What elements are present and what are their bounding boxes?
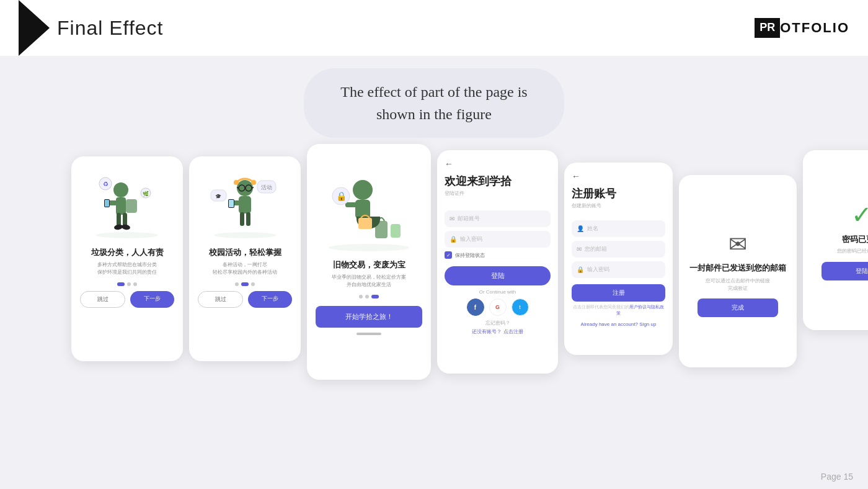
card3-dots: [316, 295, 422, 298]
dot-1-2: [127, 282, 131, 286]
register-button[interactable]: 注册: [572, 284, 665, 302]
caption-text: The effect of part of the page is shown …: [340, 84, 527, 122]
page-number: Page 15: [821, 472, 853, 482]
svg-rect-11: [126, 199, 137, 213]
sign-in-link[interactable]: Sign up: [639, 321, 656, 327]
next-button-2[interactable]: 下一步: [248, 291, 292, 308]
card3-title: 旧物交易，变废为宝: [316, 259, 422, 271]
caption-bubble: The effect of part of the page is shown …: [304, 68, 564, 138]
svg-rect-29: [240, 212, 244, 226]
svg-marker-0: [19, 0, 50, 56]
illustration-2: 活动 🎓: [198, 166, 292, 241]
or-text: Or Continue with: [445, 289, 551, 295]
card-onboarding-1: ♻ 🌿 垃圾分类，人人有责 多种方式帮助您在城市分类保护环境是我们共同的责任 跳…: [71, 156, 183, 361]
lock-icon-register: 🔒: [577, 266, 584, 273]
card2-dots: [198, 282, 292, 286]
facebook-button[interactable]: f: [467, 298, 484, 316]
email-input-register[interactable]: ✉ 您的邮箱: [572, 241, 665, 258]
click-register[interactable]: 点击注册: [503, 329, 523, 334]
svg-rect-40: [345, 202, 356, 207]
svg-rect-7: [117, 213, 121, 227]
card-onboarding-2: 活动 🎓 校园活动，轻松掌握 各种活动，一网打尽轻松尽享校园内外的各种活动 跳过…: [189, 156, 301, 361]
card-email-sent: ✉ 一封邮件已发送到您的邮箱 您可以通过点击邮件中的链接完成验证 完成: [679, 175, 797, 367]
svg-text:🎓: 🎓: [215, 193, 221, 199]
svg-rect-30: [246, 212, 250, 226]
svg-point-28: [251, 180, 256, 185]
svg-text:活动: 活动: [261, 184, 272, 191]
svg-rect-43: [358, 218, 372, 229]
next-button-1[interactable]: 下一步: [130, 291, 174, 308]
login-title: 欢迎来到学拾: [445, 174, 551, 189]
card-login: ← 欢迎来到学拾 登陆证件 ✉ 邮箱账号 🔒 输入密码 ✓ 保持登陆状态 登陆 …: [437, 150, 558, 374]
name-placeholder: 姓名: [587, 225, 598, 233]
email-placeholder: 邮箱账号: [458, 215, 480, 223]
svg-rect-6: [105, 200, 109, 207]
card1-dots: [80, 282, 174, 286]
svg-text:🔒: 🔒: [336, 191, 347, 202]
back-arrow-login[interactable]: ←: [445, 159, 551, 169]
svg-rect-26: [229, 200, 234, 207]
email-icon-register: ✉: [577, 246, 582, 253]
email-input-login[interactable]: ✉ 邮箱账号: [445, 210, 551, 227]
svg-rect-3: [116, 197, 126, 215]
dot-3-2: [365, 295, 369, 298]
dot-3-1: [359, 295, 363, 298]
triangle-icon: [19, 0, 50, 56]
card1-buttons: 跳过 下一步: [80, 291, 174, 308]
skip-button-2[interactable]: 跳过: [198, 291, 243, 308]
google-button[interactable]: G: [489, 298, 507, 316]
header-left: Final Effect: [19, 0, 163, 56]
card-register: ← 注册账号 创建新的账号 👤 姓名 ✉ 您的邮箱 🔒 输入密码 注册 点击注册…: [564, 163, 673, 355]
card1-title: 垃圾分类，人人有责: [80, 247, 174, 258]
portfolio-text: OTFOLIO: [780, 20, 849, 36]
password-placeholder-register: 输入密码: [587, 266, 609, 274]
svg-point-1: [96, 232, 158, 238]
forgot-text[interactable]: 忘记密码？: [445, 320, 551, 326]
page-title: Final Effect: [57, 17, 163, 40]
svg-text:🌿: 🌿: [143, 191, 149, 197]
svg-line-21: [237, 187, 239, 188]
card2-title: 校园活动，轻松掌握: [198, 247, 292, 258]
login-after-reset-button[interactable]: 登陆: [822, 262, 868, 280]
header: Final Effect PR OTFOLIO: [0, 0, 868, 56]
svg-rect-4: [108, 200, 117, 205]
svg-point-16: [214, 232, 276, 238]
password-updated-title: 密码已更新: [842, 234, 869, 245]
start-button[interactable]: 开始学拾之旅！: [316, 306, 422, 328]
svg-line-22: [252, 187, 254, 188]
svg-point-27: [234, 180, 239, 185]
login-subtitle: 登陆证件: [445, 190, 551, 197]
main-content: The effect of part of the page is shown …: [0, 56, 868, 489]
dot-1-3: [133, 282, 137, 286]
svg-text:♻: ♻: [103, 181, 108, 187]
back-arrow-register[interactable]: ←: [572, 171, 665, 181]
terms-note: 点击注册即代表您同意我们的用户协议与隐私政策: [572, 304, 665, 316]
portfolio-pr: PR: [755, 18, 780, 38]
done-button[interactable]: 完成: [698, 298, 778, 317]
skip-button-1[interactable]: 跳过: [80, 291, 125, 308]
user-icon: 👤: [577, 225, 584, 232]
svg-point-38: [353, 180, 373, 200]
name-input[interactable]: 👤 姓名: [572, 220, 665, 237]
svg-point-10: [121, 223, 130, 230]
svg-rect-8: [123, 213, 127, 227]
checkbox-keep-login[interactable]: ✓: [445, 251, 452, 259]
register-link[interactable]: 还没有账号？ 点击注册: [445, 328, 551, 335]
register-title: 注册账号: [572, 186, 665, 201]
svg-point-35: [329, 244, 409, 251]
home-indicator: [356, 333, 381, 335]
twitter-button[interactable]: t: [512, 298, 529, 316]
dot-3-active: [371, 295, 379, 298]
password-input-login[interactable]: 🔒 输入密码: [445, 231, 551, 248]
login-button[interactable]: 登陆: [445, 266, 551, 285]
illustration-3: 🔒: [316, 154, 422, 253]
keep-login-label: 保持登陆状态: [455, 252, 485, 259]
password-input-register[interactable]: 🔒 输入密码: [572, 261, 665, 278]
svg-point-2: [113, 182, 128, 197]
phones-container: ♻ 🌿 垃圾分类，人人有责 多种方式帮助您在城市分类保护环境是我们共同的责任 跳…: [59, 144, 809, 380]
green-check-icon: ✓: [851, 200, 868, 229]
portfolio-logo: PR OTFOLIO: [755, 18, 849, 38]
card1-subtitle: 多种方式帮助您在城市分类保护环境是我们共同的责任: [80, 261, 174, 276]
already-text: Already have an account? Sign up: [572, 321, 665, 327]
svg-rect-37: [391, 224, 401, 238]
